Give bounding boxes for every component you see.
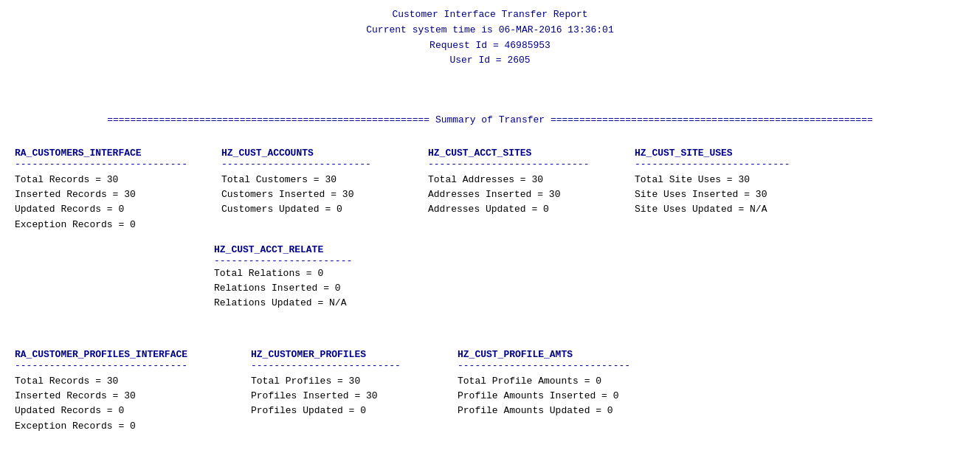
relate-section: HZ_CUST_ACCT_RELATE --------------------… <box>214 244 965 311</box>
col4-underline: --------------------------- <box>635 159 827 170</box>
relate-underline: ------------------------ <box>214 255 965 266</box>
relate-row2: Relations Updated = N/A <box>214 296 965 311</box>
s2col1-header: RA_CUSTOMER_PROFILES_INTERFACE <box>15 349 236 360</box>
col4-data: Total Site Uses = 30 Site Uses Inserted … <box>635 173 827 232</box>
col2-header-wrap: HZ_CUST_ACCOUNTS -----------------------… <box>221 148 413 170</box>
section2-headers: RA_CUSTOMER_PROFILES_INTERFACE ---------… <box>15 349 965 371</box>
col3-header: HZ_CUST_ACCT_SITES <box>428 148 620 159</box>
col1-row2: Updated Records = 0 <box>15 202 207 217</box>
col2-header: HZ_CUST_ACCOUNTS <box>221 148 413 159</box>
relate-header: HZ_CUST_ACCT_RELATE <box>214 244 965 255</box>
col1-underline: ------------------------------ <box>15 159 207 170</box>
col3-row2: Addresses Updated = 0 <box>428 202 620 217</box>
col1-header: RA_CUSTOMERS_INTERFACE <box>15 148 207 159</box>
report-user-id: User Id = 2605 <box>15 53 965 69</box>
col3-underline: ---------------------------- <box>428 159 620 170</box>
col1-data: Total Records = 30 Inserted Records = 30… <box>15 173 207 232</box>
col2-row2: Customers Updated = 0 <box>221 202 413 217</box>
col2-underline: -------------------------- <box>221 159 413 170</box>
col3-row1: Addresses Inserted = 30 <box>428 187 620 202</box>
col1-row0: Total Records = 30 <box>15 173 207 187</box>
summary-divider: ========================================… <box>15 114 965 125</box>
s2col2-row0: Total Profiles = 30 <box>251 374 443 389</box>
col4-header: HZ_CUST_SITE_USES <box>635 148 827 159</box>
report-datetime: Current system time is 06-MAR-2016 13:36… <box>15 23 965 38</box>
col3-header-wrap: HZ_CUST_ACCT_SITES ---------------------… <box>428 148 620 170</box>
col4-header-wrap: HZ_CUST_SITE_USES ----------------------… <box>635 148 827 170</box>
col2-row1: Customers Inserted = 30 <box>221 187 413 202</box>
relate-row1: Relations Inserted = 0 <box>214 281 965 296</box>
s2col3-row0: Total Profile Amounts = 0 <box>458 374 679 389</box>
col4-row2: Site Uses Updated = N/A <box>635 202 827 217</box>
s2col1-header-wrap: RA_CUSTOMER_PROFILES_INTERFACE ---------… <box>15 349 236 371</box>
report-request-id: Request Id = 46985953 <box>15 38 965 54</box>
relate-row0: Total Relations = 0 <box>214 266 965 281</box>
section2-data: Total Records = 30 Inserted Records = 30… <box>15 374 965 434</box>
s2col2-row1: Profiles Inserted = 30 <box>251 389 443 404</box>
section1-data: Total Records = 30 Inserted Records = 30… <box>15 173 965 232</box>
s2col3-data: Total Profile Amounts = 0 Profile Amount… <box>458 374 679 434</box>
report-title: Customer Interface Transfer Report <box>15 7 965 23</box>
s2col1-row3: Exception Records = 0 <box>15 419 236 434</box>
col4-row1: Site Uses Inserted = 30 <box>635 187 827 202</box>
s2col3-row1: Profile Amounts Inserted = 0 <box>458 389 679 404</box>
section1-headers: RA_CUSTOMERS_INTERFACE -----------------… <box>15 148 965 170</box>
s2col1-row0: Total Records = 30 <box>15 374 236 389</box>
s2col3-underline: ------------------------------ <box>458 360 679 371</box>
s2col1-row2: Updated Records = 0 <box>15 404 236 418</box>
col1-row1: Inserted Records = 30 <box>15 187 207 202</box>
report-container: Customer Interface Transfer Report Curre… <box>15 7 965 434</box>
s2col3-row2: Profile Amounts Updated = 0 <box>458 404 679 418</box>
s2col1-underline: ------------------------------ <box>15 360 236 371</box>
s2col2-data: Total Profiles = 30 Profiles Inserted = … <box>251 374 443 434</box>
s2col1-row1: Inserted Records = 30 <box>15 389 236 404</box>
report-header: Customer Interface Transfer Report Curre… <box>15 7 965 69</box>
col1-header-wrap: RA_CUSTOMERS_INTERFACE -----------------… <box>15 148 207 170</box>
s2col3-header: HZ_CUST_PROFILE_AMTS <box>458 349 679 360</box>
col4-row0: Total Site Uses = 30 <box>635 173 827 187</box>
col2-data: Total Customers = 30 Customers Inserted … <box>221 173 413 232</box>
s2col2-header-wrap: HZ_CUSTOMER_PROFILES -------------------… <box>251 349 443 371</box>
col2-row0: Total Customers = 30 <box>221 173 413 187</box>
s2col2-header: HZ_CUSTOMER_PROFILES <box>251 349 443 360</box>
col1-row3: Exception Records = 0 <box>15 218 207 232</box>
s2col3-header-wrap: HZ_CUST_PROFILE_AMTS -------------------… <box>458 349 679 371</box>
s2col2-row2: Profiles Updated = 0 <box>251 404 443 418</box>
col3-row0: Total Addresses = 30 <box>428 173 620 187</box>
s2col1-data: Total Records = 30 Inserted Records = 30… <box>15 374 236 434</box>
s2col2-underline: -------------------------- <box>251 360 443 371</box>
col3-data: Total Addresses = 30 Addresses Inserted … <box>428 173 620 232</box>
